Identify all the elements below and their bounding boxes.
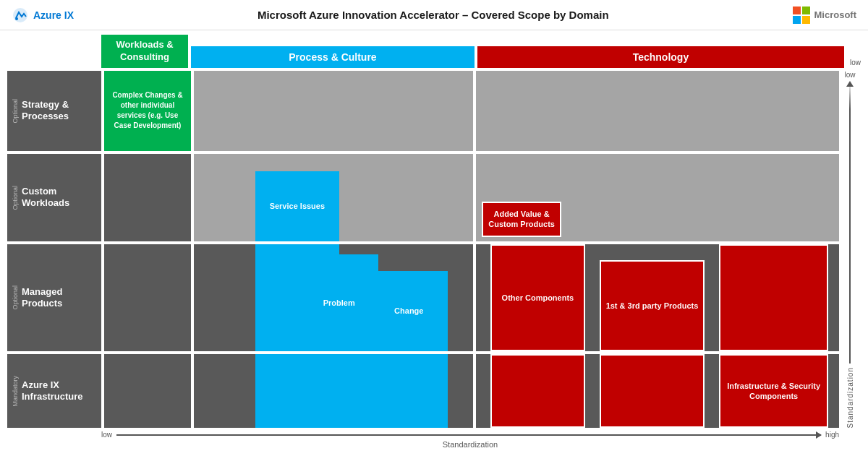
cell-process-custom: Service Issues — [194, 154, 473, 241]
row-label-managed: Optional Managed Products — [7, 244, 101, 351]
problem-label: Problem — [323, 298, 355, 308]
name-custom: Custom Workloads — [22, 186, 97, 210]
microsoft-label: Microsoft — [814, 9, 857, 20]
name-infra: Azure IX Infrastructure — [22, 379, 97, 403]
other-components-label: Other Components — [502, 293, 574, 303]
cell-process-managed: Problem Change — [194, 244, 473, 351]
cell-process-infra — [194, 354, 473, 428]
change-label: Change — [394, 306, 423, 316]
bar-other-components: Other Components — [490, 244, 584, 351]
row-custom: Optional Custom Workloads Service Issues — [7, 154, 839, 241]
bar-change: Change — [370, 271, 448, 351]
bar-1st-3rd: 1st & 3rd party Products — [600, 260, 705, 351]
tag-strategy: Optional — [12, 99, 19, 124]
cell-tech-infra: Infrastructure & Security Components — [476, 354, 839, 428]
cell-process-strategy — [194, 71, 473, 151]
page-wrapper: Azure IX Microsoft Azure Innovation Acce… — [0, 0, 868, 456]
cell-workloads-strategy: Complex Changes & other individual servi… — [104, 71, 191, 151]
microsoft-grid-icon — [793, 7, 810, 24]
row-label-custom: Optional Custom Workloads — [7, 154, 101, 241]
row-label-infra: Mandatory Azure IX Infrastructure — [7, 354, 101, 428]
standardization-label-bottom: Standardization — [101, 440, 839, 449]
col-header-technology: Technology — [477, 46, 844, 68]
azure-ix-icon — [12, 7, 29, 24]
bottom-high-label: high — [825, 431, 839, 439]
tag-custom: Optional — [12, 186, 19, 210]
cell-workloads-managed — [104, 244, 191, 351]
infra-sec-label: Infrastructure & Security Components — [720, 381, 827, 402]
bar-1st3rd-bottom — [600, 354, 705, 428]
ms-grid-yellow — [802, 16, 810, 24]
tag-managed: Optional — [12, 285, 19, 310]
standardization-label-vertical: Standardization — [846, 367, 854, 429]
bar-added-value: Added Value & Custom Products — [482, 202, 561, 237]
tag-infra: Mandatory — [12, 376, 19, 407]
name-strategy: Strategy & Processes — [22, 99, 97, 123]
bar-problem-bottom — [300, 354, 378, 428]
service-issues-label: Service Issues — [270, 201, 325, 211]
logo-text: Azure IX — [33, 9, 74, 21]
ms-grid-green — [802, 7, 810, 14]
cell-workloads-infra — [104, 354, 191, 428]
cell-workloads-custom — [104, 154, 191, 241]
workloads-green-text: Complex Changes & other individual servi… — [109, 90, 187, 131]
bar-service-issues: Service Issues — [255, 171, 339, 241]
cell-tech-managed: Other Components 1st & 3rd party Product… — [476, 244, 839, 351]
side-low-label: low — [844, 71, 855, 79]
name-managed: Managed Products — [22, 286, 97, 310]
row-strategy: Optional Strategy & Processes Complex Ch… — [7, 71, 839, 151]
row-infra: Mandatory Azure IX Infrastructure — [7, 354, 839, 428]
bar-other-bottom — [490, 354, 584, 428]
row-managed: Optional Managed Products Problem — [7, 244, 839, 351]
arrow-right-icon — [816, 431, 822, 439]
bottom-low-label: low — [101, 431, 112, 439]
page-title: Microsoft Azure Innovation Accelerator –… — [258, 9, 609, 21]
row-label-strategy: Optional Strategy & Processes — [7, 71, 101, 151]
cell-tech-strategy — [476, 71, 839, 151]
arrow-up-icon — [846, 81, 854, 87]
svg-point-1 — [15, 17, 18, 20]
ms-grid-red — [793, 7, 801, 14]
added-value-label: Added Value & Custom Products — [488, 209, 556, 230]
cell-tech-custom: Added Value & Custom Products — [476, 154, 839, 241]
col-header-workloads: Workloads & Consulting — [101, 35, 188, 68]
bar-infra-sec-upper — [719, 244, 828, 351]
bar-problem: Problem — [300, 254, 378, 351]
grid-content: Optional Strategy & Processes Complex Ch… — [7, 71, 839, 428]
side-axis-line — [849, 81, 851, 363]
low-label-top: low — [850, 59, 861, 68]
1st-3rd-label: 1st & 3rd party Products — [606, 301, 699, 311]
ms-grid-blue — [793, 16, 801, 24]
bottom-axis-line — [116, 434, 821, 436]
bottom-axis-row: low high — [101, 431, 839, 439]
header-logo: Azure IX — [12, 7, 74, 24]
side-axis: low Standardization — [839, 71, 861, 428]
chart-area: Workloads & Consulting Process & Culture… — [0, 30, 868, 456]
ms-logo: Microsoft — [793, 7, 857, 24]
header: Azure IX Microsoft Azure Innovation Acce… — [0, 0, 868, 30]
bar-change-bottom — [370, 354, 448, 428]
bar-infra-sec-bottom: Infrastructure & Security Components — [719, 354, 828, 428]
bottom-axis-area: low high Standardization — [101, 431, 839, 449]
col-header-process: Process & Culture — [191, 46, 475, 68]
